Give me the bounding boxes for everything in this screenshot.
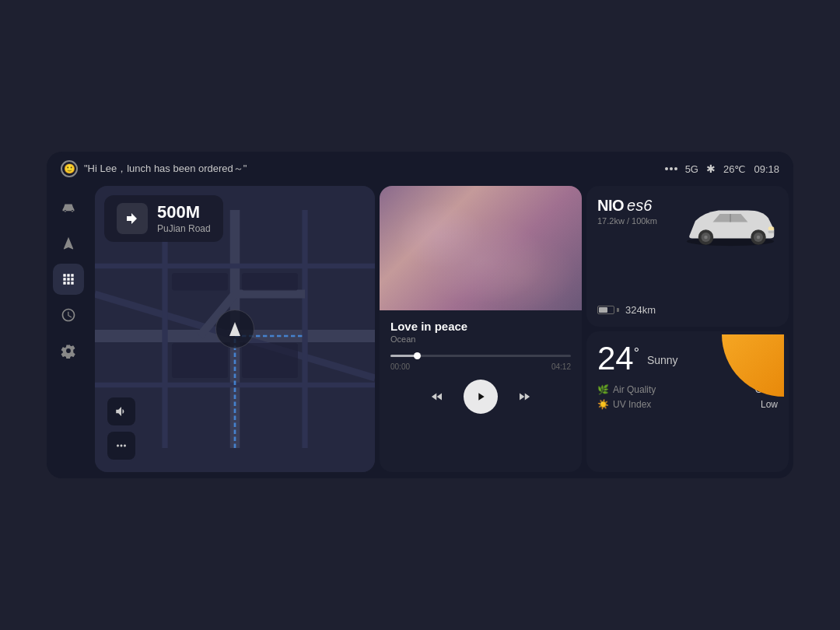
- battery-row: 324km: [597, 304, 778, 316]
- compass: [215, 310, 254, 348]
- uv-index-value: Low: [761, 399, 778, 410]
- navigation-info: 500M PuJian Road: [157, 204, 211, 234]
- rewind-icon: [430, 390, 444, 404]
- time-labels: 00:00 04:12: [380, 360, 582, 373]
- sun-small-icon: ☀️: [597, 399, 608, 410]
- svg-rect-25: [768, 231, 775, 233]
- forward-button[interactable]: [512, 384, 537, 409]
- music-panel: Love in peace Ocean 00:00 04:12: [380, 186, 582, 472]
- car-panel: NIO es6 17.2kw / 100km: [586, 186, 789, 327]
- navigation-card: 500M PuJian Road: [104, 195, 223, 242]
- current-time: 00:00: [390, 362, 410, 371]
- svg-point-20: [704, 236, 708, 240]
- battery-tip: [617, 308, 619, 312]
- sidebar: [47, 186, 90, 478]
- volume-icon: [114, 404, 128, 418]
- album-art-clouds: [380, 186, 582, 310]
- volume-button[interactable]: [107, 397, 135, 425]
- navigation-icon: [61, 236, 76, 251]
- progress-fill: [390, 355, 418, 357]
- music-info: Love in peace Ocean: [380, 310, 582, 348]
- forward-icon: [517, 390, 531, 404]
- total-time: 04:12: [551, 362, 571, 371]
- sidebar-item-clock[interactable]: [53, 299, 84, 331]
- uv-index-row: ☀️ UV Index Low: [597, 399, 778, 410]
- main-dashboard: 🙂 "Hi Lee，lunch has been ordered～" 5G ✱ …: [47, 152, 793, 478]
- sidebar-item-car[interactable]: [53, 192, 84, 223]
- air-quality-label-text: Air Quality: [613, 384, 656, 395]
- network-type: 5G: [685, 163, 698, 175]
- rewind-button[interactable]: [425, 384, 450, 409]
- temp-degree: °: [634, 345, 639, 362]
- top-bar: 🙂 "Hi Lee，lunch has been ordered～" 5G ✱ …: [47, 152, 793, 186]
- more-icon: [114, 439, 128, 453]
- nav-distance: 500M: [157, 204, 211, 221]
- more-button[interactable]: [107, 432, 135, 460]
- notification-text: "Hi Lee，lunch has been ordered～": [84, 162, 247, 176]
- svg-rect-12: [172, 273, 228, 291]
- progress-container[interactable]: [380, 348, 582, 360]
- right-panels: NIO es6 17.2kw / 100km: [586, 186, 789, 472]
- uv-index-label: ☀️ UV Index: [597, 399, 651, 410]
- music-artist: Ocean: [390, 334, 571, 344]
- music-controls: [380, 373, 582, 425]
- notification-area: 🙂 "Hi Lee，lunch has been ordered～": [61, 160, 247, 177]
- sidebar-item-settings[interactable]: [53, 335, 84, 366]
- content-area: 500M PuJian Road: [47, 186, 793, 478]
- play-button[interactable]: [464, 380, 498, 414]
- battery-fill: [599, 307, 607, 313]
- sidebar-item-apps[interactable]: [53, 264, 84, 295]
- svg-rect-11: [242, 343, 298, 378]
- car-icon: [61, 200, 76, 215]
- smiley-icon: 🙂: [61, 160, 78, 177]
- map-controls: [107, 397, 135, 460]
- svg-point-23: [757, 236, 761, 240]
- play-icon: [474, 390, 487, 403]
- music-title: Love in peace: [390, 320, 571, 333]
- temp-number: 24: [597, 342, 634, 375]
- svg-rect-10: [172, 343, 228, 378]
- weather-temperature: 24 °: [597, 342, 639, 375]
- weather-panel: 24 ° Sunny 🌿 Air Quality Good: [586, 331, 789, 472]
- uv-index-label-text: UV Index: [613, 399, 651, 410]
- car-illustration: [672, 194, 789, 260]
- car-model-name: es6: [627, 197, 652, 215]
- temperature-area: 24 ° Sunny: [597, 342, 678, 375]
- svg-rect-24: [768, 227, 775, 231]
- turn-right-icon: [123, 209, 142, 228]
- car-range: 324km: [625, 304, 656, 316]
- bluetooth-icon: ✱: [706, 163, 716, 175]
- battery-body: [597, 306, 614, 314]
- turn-arrow-indicator: [117, 203, 148, 234]
- status-area: 5G ✱ 26℃ 09:18: [665, 163, 779, 175]
- clock-display: 09:18: [754, 163, 779, 175]
- map-panel[interactable]: 500M PuJian Road: [95, 186, 375, 472]
- air-quality-label: 🌿 Air Quality: [597, 384, 656, 395]
- settings-icon: [61, 343, 76, 359]
- album-art: [380, 186, 582, 310]
- clock-icon: [61, 307, 76, 323]
- nav-road: PuJian Road: [157, 223, 211, 234]
- apps-icon: [61, 271, 76, 287]
- leaf-icon: 🌿: [597, 384, 608, 395]
- car-brand: NIO: [597, 197, 624, 215]
- compass-arrow: [229, 322, 240, 336]
- weather-details: 🌿 Air Quality Good ☀️ UV Index Low: [597, 384, 778, 410]
- sidebar-item-navigation[interactable]: [53, 228, 84, 259]
- weather-condition: Sunny: [647, 354, 678, 366]
- battery-icon: [597, 306, 619, 314]
- progress-bar[interactable]: [390, 355, 571, 357]
- car-image: [672, 194, 789, 260]
- svg-rect-13: [242, 273, 298, 291]
- temperature-display: 26℃: [723, 163, 746, 175]
- signal-dots: [665, 167, 677, 170]
